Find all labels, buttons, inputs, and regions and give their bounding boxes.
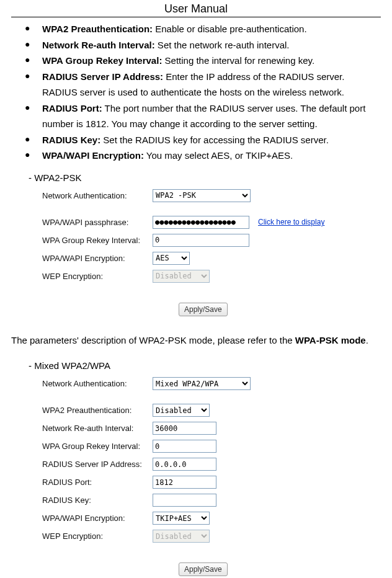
label-preauth: WPA2 Preauthentication: [42, 406, 153, 415]
list-item: WPA2 Preauthentication: Enable or disabl… [25, 21, 381, 37]
input-radius-ip[interactable] [153, 458, 216, 471]
section-heading-wpa2psk: - WPA2-PSK [11, 164, 381, 187]
label-reauth: Network Re-auth Interval: [42, 424, 153, 433]
label-net-auth: Network Authentication: [42, 191, 153, 200]
desc: Set the RADIUS key for accessing the RAD… [100, 135, 329, 145]
select-enc[interactable]: AES [153, 252, 190, 265]
label-radius-port: RADIUS Port: [42, 478, 153, 487]
term: RADIUS Key: [42, 135, 100, 145]
term: Network Re-auth Interval: [42, 40, 155, 50]
select-wep: Disabled [153, 270, 210, 283]
input-passphrase[interactable] [153, 216, 249, 229]
label-radius-ip: RADIUS Server IP Address: [42, 460, 153, 469]
section-heading-mixed: - Mixed WPA2/WPA [11, 352, 381, 375]
list-item: WPA/WAPI Encryption: You may select AES,… [25, 148, 381, 164]
link-display-passphrase[interactable]: Click here to display [258, 218, 324, 226]
apply-save-button-2[interactable]: Apply/Save [179, 562, 228, 576]
term: WPA2 Preauthentication: [42, 24, 153, 34]
list-item: RADIUS Server IP Address: Enter the IP a… [25, 69, 381, 100]
term: RADIUS Port: [42, 103, 102, 113]
form-mixed: Network Authentication: Mixed WPA2/WPA W… [11, 375, 381, 578]
label-rekey2: WPA Group Rekey Interval: [42, 442, 153, 451]
select-preauth[interactable]: Disabled [153, 404, 210, 417]
list-item: RADIUS Port: The port number that the RA… [25, 100, 381, 132]
select-wep2: Disabled [153, 530, 210, 543]
input-radius-port[interactable] [153, 476, 216, 489]
select-enc2[interactable]: TKIP+AES [153, 512, 210, 525]
desc: Set the network re-auth interval. [155, 40, 290, 50]
label-wep: WEP Encryption: [42, 272, 153, 281]
label-enc: WPA/WAPI Encryption: [42, 254, 153, 263]
desc: You may select AES, or TKIP+AES. [144, 150, 293, 161]
label-wep2: WEP Encryption: [42, 531, 153, 541]
input-reauth[interactable] [153, 422, 216, 435]
term: WPA Group Rekey Interval: [42, 55, 162, 66]
term: WPA/WAPI Encryption: [42, 150, 144, 161]
list-item: RADIUS Key: Set the RADIUS key for acces… [25, 132, 381, 148]
desc: Enable or disable pre-authentication. [153, 24, 307, 34]
list-item: WPA Group Rekey Interval: Setting the in… [25, 53, 381, 69]
input-rekey2[interactable] [153, 440, 216, 453]
label-net-auth2: Network Authentication: [42, 379, 153, 388]
page-title: User Manual [11, 0, 381, 17]
paragraph: The parameters' description of WPA2-PSK … [11, 319, 381, 352]
desc: Setting the interval for renewing key. [162, 55, 314, 66]
para-post: . [366, 335, 368, 345]
input-rekey[interactable] [153, 234, 249, 247]
label-passphrase: WPA/WAPI passphrase: [42, 218, 153, 227]
para-pre: The parameters' description of WPA2-PSK … [11, 335, 295, 345]
select-net-auth2[interactable]: Mixed WPA2/WPA [153, 377, 251, 390]
input-radius-key[interactable] [153, 494, 216, 507]
term: RADIUS Server IP Address: [42, 71, 163, 82]
divider [11, 17, 381, 17]
apply-save-button[interactable]: Apply/Save [179, 303, 228, 316]
para-bold: WPA-PSK mode [295, 335, 366, 345]
bullet-list: WPA2 Preauthentication: Enable or disabl… [11, 21, 381, 164]
label-rekey: WPA Group Rekey Interval: [42, 236, 153, 245]
label-radius-key: RADIUS Key: [42, 496, 153, 505]
label-enc2: WPA/WAPI Encryption: [42, 514, 153, 523]
form-wpa2psk: Network Authentication: WPA2 -PSK WPA/WA… [11, 187, 381, 319]
select-net-auth[interactable]: WPA2 -PSK [153, 189, 251, 202]
list-item: Network Re-auth Interval: Set the networ… [25, 37, 381, 53]
